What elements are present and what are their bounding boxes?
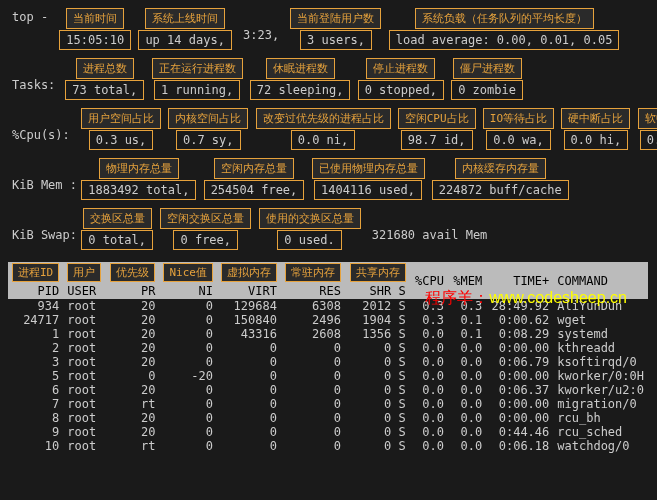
mem-total: 1883492 total, xyxy=(81,180,196,200)
table-row: 8root200000 S0.00.00:00.00rcu_bh xyxy=(8,411,648,425)
mem-free: 254504 free, xyxy=(204,180,305,200)
attribution: 程序羊：www.codesheep.cn xyxy=(425,288,627,309)
tasks-stopped: 0 stopped, xyxy=(358,80,444,100)
table-row: 10rootrt0000 S0.00.00:06.18watchdog/0 xyxy=(8,439,648,453)
swap-total: 0 total, xyxy=(81,230,153,250)
users: 3 users, xyxy=(300,30,372,50)
tasks-total: 73 total, xyxy=(65,80,144,100)
current-time: 15:05:10 xyxy=(59,30,131,50)
tasks-sleeping: 72 sleeping, xyxy=(250,80,351,100)
table-row: 1root2004331626081356 S0.00.10:08.29syst… xyxy=(8,327,648,341)
top-line5: KiB Swap: 交换区总量0 total, 空闲交换区总量0 free, 使… xyxy=(8,208,649,250)
tasks-running: 1 running, xyxy=(154,80,240,100)
table-row: 24717root20015084024961904 S0.30.10:00.6… xyxy=(8,313,648,327)
attribution-link[interactable]: www.codesheep.cn xyxy=(489,289,627,306)
swap-free: 0 free, xyxy=(173,230,238,250)
table-row: 5root0-20000 S0.00.00:00.00kworker/0:0H xyxy=(8,369,648,383)
top-line3: %Cpu(s): 用户空间占比0.3 us, 内核空间占比0.7 sy, 改变过… xyxy=(8,108,649,150)
load-average: load average: 0.00, 0.01, 0.05 xyxy=(389,30,620,50)
top-line1: top - 当前时间15:05:10 系统上线时间up 14 days, 3:2… xyxy=(8,8,649,50)
top-line2: Tasks: 进程总数73 total, 正在运行进程数1 running, 休… xyxy=(8,58,649,100)
mem-used: 1404116 used, xyxy=(314,180,422,200)
avail-mem: 321680 avail Mem xyxy=(368,208,492,244)
top-prefix: top - xyxy=(8,8,52,26)
uptime: up 14 days, xyxy=(138,30,231,50)
swap-used: 0 used. xyxy=(277,230,342,250)
mem-buff: 224872 buff/cache xyxy=(432,180,569,200)
table-row: 6root200000 S0.00.00:06.37kworker/u2:0 xyxy=(8,383,648,397)
table-row: 7rootrt0000 S0.00.00:00.00migration/0 xyxy=(8,397,648,411)
table-row: 2root200000 S0.00.00:00.00kthreadd xyxy=(8,341,648,355)
table-row: 9root200000 S0.00.00:44.46rcu_sched xyxy=(8,425,648,439)
top-line4: KiB Mem : 物理内存总量1883492 total, 空闲内存总量254… xyxy=(8,158,649,200)
table-row: 3root200000 S0.00.00:06.79ksoftirqd/0 xyxy=(8,355,648,369)
tasks-zombie: 0 zombie xyxy=(451,80,523,100)
